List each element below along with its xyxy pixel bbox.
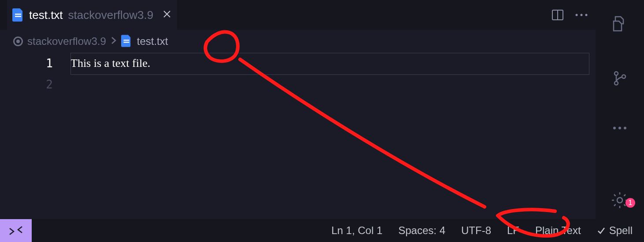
main-area: test.txt stackoverflow3.9 xyxy=(0,0,596,219)
svg-point-16 xyxy=(624,127,626,129)
more-actions-icon[interactable] xyxy=(574,13,588,17)
svg-point-8 xyxy=(585,14,588,16)
more-icon[interactable] xyxy=(612,124,628,132)
svg-point-13 xyxy=(622,75,625,78)
status-eol[interactable]: LF xyxy=(507,224,519,237)
code-line: This is a text file. xyxy=(70,53,596,74)
status-language[interactable]: Plain Text xyxy=(535,224,581,237)
svg-rect-9 xyxy=(123,40,129,40)
text-file-icon xyxy=(121,35,133,48)
breadcrumb-file-label: test.txt xyxy=(137,35,168,48)
remote-button[interactable] xyxy=(0,219,32,242)
explorer-icon[interactable] xyxy=(611,15,629,34)
split-editor-icon[interactable] xyxy=(551,9,564,21)
status-line-col[interactable]: Ln 1, Col 1 xyxy=(331,224,382,237)
svg-point-15 xyxy=(618,127,621,129)
svg-rect-0 xyxy=(15,14,21,15)
close-tab-button[interactable] xyxy=(162,8,172,22)
breadcrumb-file[interactable]: test.txt xyxy=(121,35,168,48)
editor-tab[interactable]: test.txt stackoverflow3.9 xyxy=(7,0,177,30)
breadcrumb: stackoverflow3.9 test.txt xyxy=(0,30,596,53)
svg-rect-10 xyxy=(123,42,129,43)
tab-actions xyxy=(551,9,588,21)
status-encoding[interactable]: UTF-8 xyxy=(461,224,491,237)
svg-point-17 xyxy=(617,198,622,203)
svg-point-12 xyxy=(614,81,618,85)
settings-badge: 1 xyxy=(625,198,635,208)
tab-filename: test.txt xyxy=(29,8,63,22)
svg-point-7 xyxy=(581,14,583,16)
breadcrumb-folder[interactable]: stackoverflow3.9 xyxy=(27,35,106,48)
tab-subtitle: stackoverflow3.9 xyxy=(68,8,154,22)
svg-point-14 xyxy=(613,127,616,129)
editor[interactable]: 1 2 This is a text file. xyxy=(0,53,596,219)
breadcrumb-separator-icon xyxy=(111,35,117,48)
svg-point-6 xyxy=(576,14,578,16)
text-file-icon xyxy=(12,8,24,22)
status-spell[interactable]: Spell xyxy=(597,224,633,237)
line-number: 1 xyxy=(0,53,53,74)
source-control-icon[interactable] xyxy=(611,70,629,89)
status-spaces[interactable]: Spaces: 4 xyxy=(398,224,445,237)
svg-rect-1 xyxy=(15,16,21,17)
status-spell-label: Spell xyxy=(609,224,633,237)
svg-point-11 xyxy=(614,72,618,75)
code-area[interactable]: This is a text file. xyxy=(70,53,596,219)
check-icon xyxy=(597,226,606,235)
line-number: 2 xyxy=(0,74,53,95)
activity-bar: 1 xyxy=(596,0,644,219)
tab-bar: test.txt stackoverflow3.9 xyxy=(0,0,596,30)
gutter: 1 2 xyxy=(0,53,70,219)
status-right: Ln 1, Col 1 Spaces: 4 UTF-8 LF Plain Tex… xyxy=(331,224,644,237)
breadcrumb-root-icon xyxy=(13,37,23,46)
status-bar: Ln 1, Col 1 Spaces: 4 UTF-8 LF Plain Tex… xyxy=(0,219,644,242)
